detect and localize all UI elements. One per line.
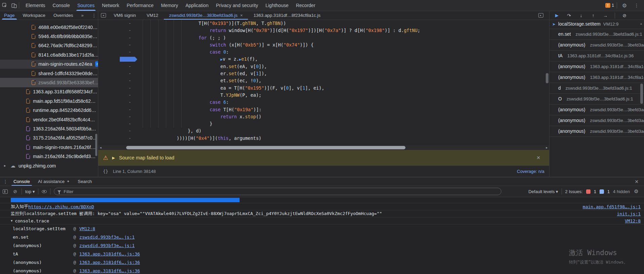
- frame-location[interactable]: zswsdid.993bf3e…3befd3ad6.js:1: [585, 107, 644, 112]
- code-line[interactable]: -T[H("0x193")](T.ghTBN, T.ghTBN)): [98, 20, 549, 27]
- panel-tab-application[interactable]: Application: [182, 0, 212, 11]
- file-tree-item[interactable]: main-signin-routes.216a26f…: [0, 143, 98, 152]
- panel-tab-memory[interactable]: Memory: [157, 0, 182, 11]
- code-line-gutter[interactable]: -: [98, 41, 139, 49]
- frame-location[interactable]: zswsdid.993bf3e…3befd3ad6.js:1: [561, 86, 632, 91]
- code-line-gutter[interactable]: -: [98, 99, 139, 106]
- trace-frame-row[interactable]: (anonymous)@1363.app.3181df6….js:36: [0, 267, 644, 274]
- file-tree-item[interactable]: vendor.2be0f44f82bcffc4c4…: [0, 115, 98, 124]
- panel-tab-privacy-and-security[interactable]: Privacy and security: [212, 0, 262, 11]
- panel-tab-elements[interactable]: Elements: [22, 0, 49, 11]
- frame-location[interactable]: 1363.app.3181df…34cf8a1c.js:36: [585, 64, 644, 69]
- warning-close-icon[interactable]: ✕: [536, 155, 540, 160]
- file-tree-item[interactable]: ▸☁unpkg.zhimg.com: [0, 161, 98, 170]
- code-line[interactable]: -et.set(ec, !0),: [98, 77, 549, 84]
- default-levels-select[interactable]: Default levels ▾: [528, 189, 558, 194]
- drawer-tab-search[interactable]: Search: [74, 177, 96, 186]
- frame-location[interactable]: VM12:9: [603, 22, 618, 27]
- code-line[interactable]: -case T[H("0x19a")]:: [98, 106, 549, 113]
- code-line[interactable]: -switch (x[H("0xb5")] = x[H("0x74")]) {: [98, 41, 549, 49]
- code-line[interactable]: -}, d): [98, 127, 549, 134]
- editor-horizontal-scrollbar[interactable]: ◄ ►: [98, 145, 549, 150]
- call-stack-frame[interactable]: tA1363.app.3181df…34cf8a1c.js:36: [549, 51, 644, 61]
- code-line-gutter[interactable]: -: [98, 106, 139, 113]
- file-tree-item[interactable]: zswsdid.993bf3e63383bef…: [0, 78, 98, 87]
- hidden-messages-link[interactable]: 4 hidden: [613, 189, 630, 194]
- console-sidebar-toggle-icon[interactable]: ▌: [3, 189, 9, 194]
- scrollbar-thumb[interactable]: [126, 146, 405, 149]
- tree-expand-chevron-icon[interactable]: ▸: [4, 163, 7, 168]
- call-stack-frame[interactable]: (anonymous)zswsdid.993bf3e…3befd3ad6.js:…: [549, 104, 644, 115]
- live-expression-eye-icon[interactable]: [42, 190, 47, 193]
- panel-tab-recorder[interactable]: Recorder: [292, 0, 319, 11]
- file-tree-item[interactable]: 4688.e00e682f58e0f2240…: [0, 23, 98, 32]
- callstack-scrollbar-thumb[interactable]: [640, 84, 643, 104]
- console-trace-row[interactable]: ▼ console.trace VM12:8: [0, 217, 644, 224]
- code-line[interactable]: -er.set(ed, v[1]),: [98, 70, 549, 77]
- trace-frame-row[interactable]: tA@1363.app.3181df6….js:36: [0, 250, 644, 258]
- code-line-gutter[interactable]: -: [98, 20, 139, 27]
- trace-frame-row[interactable]: (anonymous)@zswsdid.993bf3e….js:1: [0, 241, 644, 250]
- issues-counter[interactable]: ! 1: [605, 3, 614, 8]
- filter-input[interactable]: [64, 189, 460, 194]
- panel-tab-performance[interactable]: Performance: [123, 0, 157, 11]
- code-line-gutter[interactable]: -: [98, 85, 139, 92]
- pretty-print-icon[interactable]: {}: [103, 169, 108, 174]
- message-source-link[interactable]: main.app.fd51f98….js:1: [576, 204, 641, 209]
- file-tree-item[interactable]: 8141.c6a8db13be171d2fa…: [0, 50, 98, 59]
- editor-tab[interactable]: VM6 signin: [108, 11, 141, 20]
- editor-tab[interactable]: zswsdid.993bf3e…383befd3ad6.js×: [164, 11, 248, 20]
- call-stack-frame[interactable]: dzswsdid.993bf3e…3befd3ad6.js:1: [549, 83, 644, 94]
- code-line[interactable]: -))))[H("0x4")](this, arguments): [98, 135, 549, 142]
- code-line-gutter[interactable]: -: [98, 27, 139, 34]
- call-stack-frame[interactable]: (anonymous)zswsdid.993bf3e…3befd3ad6.js:…: [549, 40, 644, 51]
- file-tree-item[interactable]: 5946.4fc6fb99b9bb0835e…: [0, 32, 98, 41]
- deactivate-breakpoints-icon[interactable]: ⊘: [622, 13, 627, 18]
- call-stack-frame[interactable]: Ozswsdid.993bf3e…3befd3ad6.js:1: [549, 94, 644, 104]
- code-line-gutter[interactable]: -: [98, 113, 139, 120]
- frame-location[interactable]: 1363.app.3181df…34cf8a1c.js:36: [563, 53, 634, 58]
- panel-tab-console[interactable]: Console: [49, 0, 73, 11]
- call-stack-frame[interactable]: (anonymous)1363.app.3181df…34cf8a1c.js:3…: [549, 72, 644, 83]
- inspect-element-icon[interactable]: [0, 1, 9, 10]
- zhihu-url-link[interactable]: https://s.zhihu.com/BDXoD: [28, 204, 94, 209]
- file-tree-item[interactable]: main.app.fd51f98a1d58c62…: [0, 96, 98, 105]
- trace-frame-link[interactable]: zswsdid.993bf3e….js:1: [79, 243, 135, 248]
- trace-frame-link[interactable]: VM12:8: [79, 226, 95, 231]
- frame-location[interactable]: zswsdid.993bf3e…3befd3ad6.js:1: [562, 96, 633, 101]
- clear-console-icon[interactable]: ⊘: [12, 189, 18, 194]
- panel-tab-network[interactable]: Network: [98, 0, 123, 11]
- trace-frame-row[interactable]: localStorage.setItem@VM12:8: [0, 224, 644, 233]
- more-tabs-chevron-icon[interactable]: »: [81, 13, 83, 18]
- panel-tab-sources[interactable]: Sources: [74, 0, 98, 11]
- file-tree-item[interactable]: 3175.216a26f4.af05258f7c0…: [0, 133, 98, 143]
- drawer-tab-ai-assistance[interactable]: AI assistance✦: [34, 177, 74, 186]
- message-source-link[interactable]: init.js:1: [610, 211, 641, 216]
- panel-tab-lighthouse[interactable]: Lighthouse: [262, 0, 292, 11]
- coverage-link[interactable]: Coverage: n/a: [517, 169, 544, 174]
- code-line[interactable]: -return window[H("0x78")](d[H("0x197")])…: [98, 27, 549, 34]
- code-line-gutter[interactable]: [98, 56, 139, 63]
- warning-expand-chevron-icon[interactable]: ▶: [112, 156, 115, 160]
- trace-frame-link[interactable]: 1363.app.3181df6….js:36: [79, 268, 140, 273]
- code-line-gutter[interactable]: -: [98, 77, 139, 84]
- drawer-close-icon[interactable]: ✕: [635, 179, 639, 184]
- call-stack-frame[interactable]: en.setzswsdid.993bf3e…3befd3ad6.js:1: [549, 29, 644, 40]
- code-line[interactable]: -ea = T[H("0x195")](F, v[0], v[1], ei),: [98, 85, 549, 92]
- file-tree-item[interactable]: runtime.app.845224b62dd6…: [0, 106, 98, 115]
- navigator-tab-overrides[interactable]: Overrides: [53, 11, 73, 20]
- console-message-monitor[interactable]: 监控到localStorage.setItem 被调用: key="osa" v…: [0, 210, 644, 217]
- console-filter-box[interactable]: [54, 188, 501, 195]
- drawer-tab-console[interactable]: Console: [9, 177, 34, 186]
- code-line-gutter[interactable]: -: [98, 70, 139, 77]
- code-line-gutter[interactable]: -: [98, 120, 139, 127]
- code-line-gutter[interactable]: -: [98, 63, 139, 70]
- navigator-toggle-icon[interactable]: ◂: [98, 11, 108, 20]
- trace-source-link[interactable]: VM12:8: [618, 218, 641, 223]
- trace-frame-link[interactable]: 1363.app.3181df6….js:36: [79, 260, 140, 265]
- file-tree-item[interactable]: main-signin-routes.e24ea⟳: [0, 60, 98, 69]
- call-stack-frame[interactable]: (anonymous)1363.app.3181df…34cf8a1c.js:3…: [549, 61, 644, 72]
- javascript-context-select[interactable]: top ▾: [25, 189, 35, 194]
- code-line-gutter[interactable]: -: [98, 49, 139, 56]
- code-line[interactable]: -return x.stop(): [98, 113, 549, 120]
